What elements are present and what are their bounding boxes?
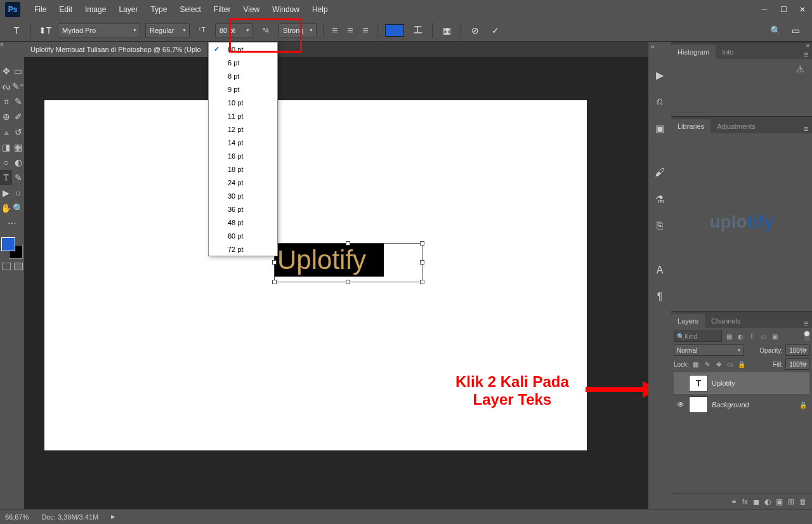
panel-menu-icon[interactable]: ≡	[800, 124, 812, 133]
size-option-6[interactable]: 6 pt	[209, 56, 277, 69]
brush-settings-icon[interactable]: ⚗	[652, 191, 668, 207]
foreground-color[interactable]	[1, 237, 15, 251]
layer-style-icon[interactable]: fx	[742, 497, 748, 506]
char-panel-button[interactable]: ▦	[439, 23, 454, 38]
path-select-tool[interactable]: ▶	[0, 185, 12, 200]
group-icon[interactable]: ▣	[776, 497, 783, 506]
link-layers-icon[interactable]: ⚭	[731, 497, 737, 506]
size-option-72[interactable]: 72 pt	[209, 242, 277, 256]
commit-button[interactable]: ✓	[488, 23, 503, 38]
quick-select-tool[interactable]: ✎⁺	[12, 79, 24, 94]
size-option-80[interactable]: 80 pt	[209, 43, 277, 56]
menu-file[interactable]: File	[28, 5, 53, 14]
quick-mask-off[interactable]	[2, 263, 11, 270]
dodge-tool[interactable]: ◐	[12, 155, 24, 170]
size-option-14[interactable]: 14 pt	[209, 136, 277, 149]
eraser-tool[interactable]: ◨	[0, 140, 12, 155]
blur-tool[interactable]: ○	[0, 155, 12, 170]
filter-shape-icon[interactable]: ▭	[759, 332, 768, 341]
size-option-30[interactable]: 30 pt	[209, 189, 277, 202]
visibility-toggle[interactable]: 👁	[676, 400, 685, 409]
move-tool[interactable]: ✥	[0, 63, 12, 79]
layer-filter-dropdown[interactable]: 🔍 Kind	[674, 331, 722, 342]
lock-all-icon[interactable]: 🔒	[737, 360, 746, 369]
align-center-button[interactable]: ≡	[343, 23, 357, 37]
delete-layer-icon[interactable]: 🗑	[799, 497, 807, 506]
tab-layers[interactable]: Layers	[671, 314, 705, 328]
menu-image[interactable]: Image	[79, 5, 112, 14]
menu-window[interactable]: Window	[266, 5, 306, 14]
collapse-icon[interactable]: «	[0, 41, 4, 48]
size-option-16[interactable]: 16 pt	[209, 149, 277, 162]
layer-name[interactable]: Uplotify	[712, 379, 735, 387]
zoom-level[interactable]: 66,67%	[5, 513, 29, 521]
layer-mask-icon[interactable]: ◼	[753, 497, 759, 506]
layer-name[interactable]: Background	[712, 401, 749, 409]
edit-toolbar[interactable]: ⋯	[0, 216, 24, 231]
crop-tool[interactable]: ⌗	[0, 94, 12, 109]
maximize-button[interactable]: ☐	[774, 3, 793, 16]
font-size-dropdown[interactable]: 80 pt	[215, 23, 253, 37]
menu-select[interactable]: Select	[173, 5, 207, 14]
fill-input[interactable]: 100%	[785, 358, 809, 370]
size-option-18[interactable]: 18 pt	[209, 162, 277, 176]
shape-tool[interactable]: ○	[12, 185, 24, 200]
layer-thumbnail[interactable]	[689, 396, 708, 413]
lasso-tool[interactable]: ᔔ	[0, 79, 12, 94]
clone-source-icon[interactable]: ⎘	[652, 218, 668, 234]
tab-histogram[interactable]: Histogram	[671, 45, 716, 59]
menu-help[interactable]: Help	[306, 5, 334, 14]
tool-preset-icon[interactable]: T	[9, 23, 24, 38]
size-option-48[interactable]: 48 pt	[209, 216, 277, 229]
character-icon[interactable]: A	[652, 262, 668, 278]
collapse-icon[interactable]: «	[651, 43, 655, 50]
paragraph-icon[interactable]: ¶	[652, 289, 668, 305]
blend-mode-dropdown[interactable]: Normal	[674, 344, 743, 356]
opacity-input[interactable]: 100%	[785, 344, 809, 356]
lock-pixels-icon[interactable]: ✎	[703, 360, 712, 369]
pen-tool[interactable]: ✎	[12, 170, 24, 185]
brushes-icon[interactable]: 🖌	[652, 164, 668, 181]
size-option-60[interactable]: 60 pt	[209, 229, 277, 242]
minimize-button[interactable]: ─	[755, 3, 774, 16]
size-option-24[interactable]: 24 pt	[209, 176, 277, 189]
zoom-tool[interactable]: 🔍	[12, 200, 24, 216]
collapse-icon[interactable]: »	[806, 42, 809, 49]
document-size[interactable]: Doc: 3,39M/3,41M	[41, 513, 98, 521]
close-button[interactable]: ✕	[793, 3, 812, 16]
size-option-12[interactable]: 12 pt	[209, 122, 277, 136]
warning-icon[interactable]: ⚠	[796, 64, 804, 74]
menu-edit[interactable]: Edit	[53, 5, 79, 14]
healing-tool[interactable]: ⊕	[0, 109, 12, 124]
size-option-8[interactable]: 8 pt	[209, 69, 277, 82]
canvas-text[interactable]: Uplotify	[275, 244, 384, 277]
filter-pixel-icon[interactable]: ▦	[724, 332, 733, 341]
history-icon[interactable]: ⎌	[652, 93, 668, 110]
gradient-tool[interactable]: ▦	[12, 140, 24, 155]
quick-mask-on[interactable]	[14, 263, 23, 270]
workspace-button[interactable]: ▭	[788, 23, 803, 38]
tab-info[interactable]: Info	[716, 45, 740, 59]
brush-tool[interactable]: ✐	[12, 109, 24, 124]
tab-libraries[interactable]: Libraries	[671, 119, 710, 133]
cancel-button[interactable]: ⊘	[468, 23, 483, 38]
tab-channels[interactable]: Channels	[705, 314, 747, 328]
filter-smart-icon[interactable]: ▣	[770, 332, 779, 341]
layer-thumbnail[interactable]: T	[689, 375, 708, 391]
lock-transparency-icon[interactable]: ▦	[691, 360, 700, 369]
text-color-swatch[interactable]	[385, 24, 404, 37]
size-option-11[interactable]: 11 pt	[209, 109, 277, 122]
tab-adjustments[interactable]: Adjustments	[710, 119, 762, 133]
history-brush-tool[interactable]: ↺	[12, 124, 24, 140]
align-right-button[interactable]: ≡	[358, 23, 372, 37]
menu-layer[interactable]: Layer	[112, 5, 144, 14]
panel-menu-icon[interactable]: ≡	[800, 50, 812, 59]
layer-item-uplotify[interactable]: T Uplotify	[674, 372, 809, 394]
type-tool[interactable]: T	[0, 170, 12, 185]
warp-text-button[interactable]: 工	[410, 23, 426, 38]
device-preview-icon[interactable]: ▣	[652, 120, 668, 136]
lock-artboard-icon[interactable]: ▭	[726, 360, 735, 369]
orientation-icon[interactable]: ⬍T	[37, 23, 53, 38]
adjustment-layer-icon[interactable]: ◐	[764, 497, 771, 506]
stamp-tool[interactable]: ⟁	[0, 124, 12, 140]
